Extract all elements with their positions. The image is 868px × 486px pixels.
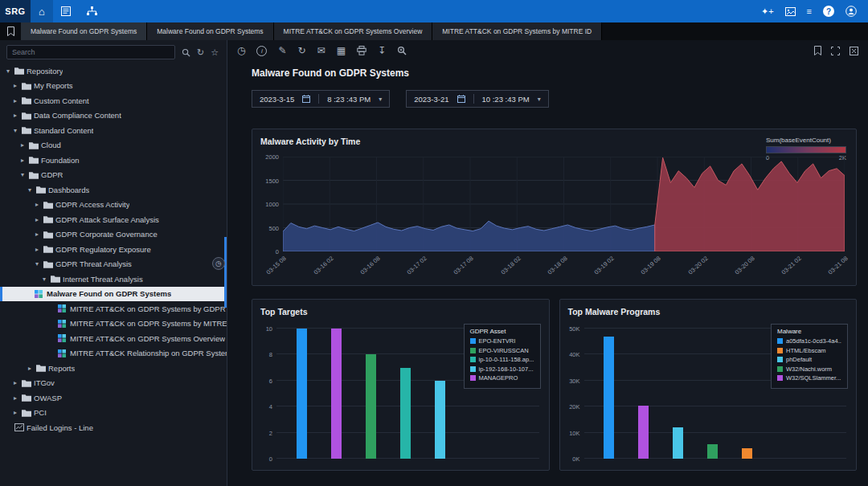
tree-item[interactable]: ▸Custom Content [0, 93, 227, 108]
tree-item-label: ITGov [34, 378, 55, 387]
chevron-down-icon[interactable]: ▾ [35, 260, 43, 268]
y-axis-label: 0 [269, 455, 272, 463]
tree-item-label: My Reports [34, 81, 73, 90]
tree-item[interactable]: ▸GDPR Corporate Governance [0, 227, 227, 243]
chevron-down-icon[interactable]: ▾ [14, 127, 22, 134]
calendar-icon[interactable] [457, 95, 465, 103]
close-icon[interactable] [850, 47, 858, 55]
folder-icon [36, 364, 48, 372]
chevron-down-icon[interactable]: ▾ [6, 67, 14, 75]
chevron-down-icon[interactable]: ▾ [21, 171, 29, 178]
chevron-right-icon[interactable]: ▸ [35, 231, 43, 238]
email-icon[interactable]: ✉ [317, 45, 326, 56]
chevron-right-icon[interactable]: ▸ [14, 112, 22, 119]
tree-item-label: OWASP [34, 394, 62, 402]
tree-item[interactable]: ▸GDPR Attack Surface Analysis [0, 212, 227, 227]
tree-item[interactable]: ▾Standard Content [0, 123, 227, 138]
tree-item[interactable]: MITRE ATT&CK on GDPR Systems by GDPR Ass… [0, 301, 227, 317]
tab-4[interactable]: MITRE ATT&CK on GDPR Systems by MITRE ID [432, 22, 602, 40]
tree-item[interactable]: ▸Reports [0, 361, 227, 376]
chevron-right-icon[interactable]: ▸ [21, 141, 29, 149]
help-icon[interactable]: ? [823, 6, 834, 17]
dashboard-icon [58, 334, 70, 342]
calendar-icon[interactable] [302, 95, 310, 103]
reports-icon[interactable] [53, 0, 79, 22]
tree-item[interactable]: Failed Logins - Line [0, 420, 227, 435]
sidebar-scrollbar-thumb[interactable] [224, 237, 227, 308]
chevron-right-icon[interactable]: ▸ [35, 201, 43, 208]
folder-icon [29, 171, 41, 179]
tree-item[interactable]: ▸My Reports [0, 79, 227, 94]
chevron-down-icon[interactable]: ▾ [538, 96, 541, 103]
favorites-icon[interactable]: ☆ [211, 47, 219, 58]
refresh-icon[interactable]: ↻ [298, 45, 306, 56]
chevron-down-icon[interactable]: ▾ [28, 186, 36, 194]
tab-1[interactable]: Malware Found on GDPR Systems [21, 22, 147, 40]
chevron-right-icon[interactable]: ▸ [14, 394, 22, 402]
home-icon[interactable]: ⌂ [31, 0, 53, 22]
dashboard-icon [58, 320, 70, 328]
dashboard-toolbar: ◷ i ✎ ↻ ✉ ▦ ↧ [227, 40, 868, 61]
bar [297, 329, 307, 459]
search-input[interactable] [6, 45, 175, 59]
tree-item[interactable]: ▾Dashboards [0, 182, 227, 198]
start-datetime-picker[interactable]: 2023-3-15 8 :23 :43 PM ▾ [252, 90, 390, 108]
edit-icon[interactable]: ✎ [278, 45, 286, 56]
tree-item[interactable]: MITRE ATT&CK on GDPR Systems by MITRE ID [0, 317, 227, 332]
end-datetime-picker[interactable]: 2023-3-21 10 :23 :43 PM ▾ [406, 90, 548, 108]
chevron-right-icon[interactable]: ▸ [35, 246, 43, 253]
refresh-icon[interactable]: ↻ [197, 47, 204, 58]
chevron-right-icon[interactable]: ▸ [21, 157, 29, 164]
print-icon[interactable] [357, 46, 366, 55]
tree-item[interactable]: ▾GDPR [0, 168, 227, 183]
chevron-right-icon[interactable]: ▸ [14, 379, 22, 386]
tree-item[interactable]: ▸GDPR Regulatory Exposure [0, 242, 227, 257]
tree-item[interactable]: ▾Internet Threat Analysis [0, 272, 227, 287]
legend-swatch [470, 338, 476, 344]
info-icon[interactable]: i [256, 46, 267, 56]
tree-item-label: MITRE ATT&CK on GDPR Systems by GDPR Ass… [70, 304, 227, 313]
legend-item: EPO-ENTVRI [470, 337, 534, 345]
account-icon[interactable] [845, 6, 857, 17]
tree-item[interactable]: ▾Repository [0, 63, 227, 79]
chevron-right-icon[interactable]: ▸ [14, 409, 22, 416]
chevron-right-icon[interactable]: ▸ [14, 97, 22, 104]
chevron-right-icon[interactable]: ▸ [14, 82, 22, 89]
fullscreen-icon[interactable] [831, 47, 840, 55]
tree-item[interactable]: ▸Cloud [0, 138, 227, 153]
resource-tree-icon[interactable] [79, 0, 105, 22]
tree-item-selected[interactable]: Malware Found on GDPR Systems [0, 287, 227, 302]
new-item-icon[interactable]: ✦+ [761, 6, 774, 17]
bookmark-icon[interactable] [814, 46, 821, 55]
schedule-icon[interactable]: ◷ [237, 45, 245, 56]
tree-item-label: Cloud [41, 141, 61, 149]
menu-icon[interactable]: ≡ [807, 6, 812, 16]
chevron-right-icon[interactable]: ▸ [35, 216, 43, 223]
bookmark-icon[interactable] [0, 27, 21, 36]
tree-item[interactable]: ▸Foundation [0, 153, 227, 168]
sidebar-toggle-icon[interactable]: ◷ [212, 257, 225, 270]
tree-item[interactable]: ▸PCI [0, 406, 227, 421]
search-icon[interactable] [182, 48, 190, 57]
tree-item[interactable]: ▸GDPR Access Activity [0, 198, 227, 213]
chevron-down-icon[interactable]: ▾ [43, 276, 51, 283]
tree-item[interactable]: ▾GDPR Threat Analysis [0, 257, 227, 272]
y-axis-label: 1000 [265, 201, 279, 208]
tab-3[interactable]: MITRE ATT&CK on GDPR Systems Overview [274, 22, 433, 40]
image-icon[interactable] [785, 7, 796, 16]
tree-item[interactable]: ▸ITGov [0, 376, 227, 391]
tree-item[interactable]: MITRE ATT&CK on GDPR Systems Overview [0, 331, 227, 346]
legend-label: EPO-ENTVRI [479, 337, 516, 345]
zoom-icon[interactable] [397, 46, 407, 55]
legend-label: a05dfa1c-0cd3-4a4.. [786, 337, 841, 345]
tree-item[interactable]: ▸Data Compliance Content [0, 108, 227, 124]
tree-item[interactable]: ▸OWASP [0, 390, 227, 406]
chevron-right-icon[interactable]: ▸ [28, 365, 36, 372]
tree-item[interactable]: MITRE ATT&CK Relationship on GDPR System… [0, 346, 227, 361]
tab-2[interactable]: Malware Found on GDPR Systems [147, 22, 273, 40]
legend-label: W32/SQLSlammer... [786, 374, 841, 382]
chevron-down-icon[interactable]: ▾ [379, 96, 382, 103]
download-icon[interactable]: ↧ [378, 45, 386, 56]
x-axis-label: 03-16 02 [312, 255, 334, 276]
calendar-icon[interactable]: ▦ [337, 45, 346, 56]
